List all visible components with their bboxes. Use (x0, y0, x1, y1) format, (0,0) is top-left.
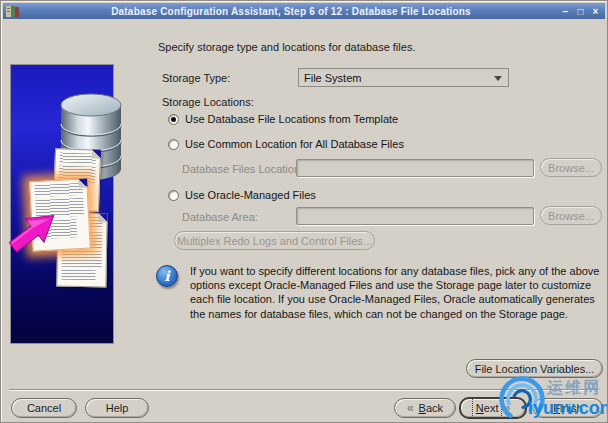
titlebar: Database Configuration Assistant, Step 6… (3, 3, 605, 19)
radio-common-location[interactable]: Use Common Location for All Database Fil… (168, 138, 404, 150)
storage-type-value: File System (304, 72, 361, 84)
radio-icon[interactable] (168, 139, 179, 150)
storage-type-select[interactable]: File System (298, 68, 509, 87)
chevron-down-icon (494, 76, 502, 81)
radio-oracle-managed[interactable]: Use Oracle-Managed Files (168, 189, 316, 201)
cancel-button[interactable]: Cancel (11, 398, 77, 418)
dbca-wizard-window: Database Configuration Assistant, Step 6… (0, 0, 608, 423)
file-location-variables-label: File Location Variables... (475, 363, 595, 375)
browse-button-label: Browse... (548, 210, 594, 222)
maximize-icon[interactable]: □ (574, 5, 587, 18)
radio-oracle-managed-label: Use Oracle-Managed Files (185, 189, 316, 201)
radio-common-location-label: Use Common Location for All Database Fil… (185, 138, 404, 150)
page-fold-corner (78, 179, 87, 188)
page-fold-corner (92, 150, 101, 159)
file-location-variables-button[interactable]: File Location Variables... (466, 359, 603, 378)
multiplex-button-label: Multiplex Redo Logs and Control Files... (177, 235, 372, 247)
database-area-label: Database Area: (182, 211, 258, 223)
back-button-label: Back (419, 402, 443, 414)
footer-separator (9, 389, 599, 391)
window-title: Database Configuration Assistant, Step 6… (23, 6, 559, 17)
help-button-label: Help (106, 402, 129, 414)
database-files-location-input[interactable] (296, 159, 534, 177)
finish-button-label: Finish (553, 402, 582, 414)
next-button-label: Next (476, 402, 499, 414)
wizard-art-panel (10, 64, 114, 344)
browse-button-label: Browse... (548, 162, 594, 174)
doc-text-lines (62, 251, 102, 268)
minimize-icon[interactable]: – (559, 5, 572, 18)
help-button[interactable]: Help (85, 398, 149, 418)
doc-text-lines (60, 152, 96, 163)
radio-icon[interactable] (168, 190, 179, 201)
radio-use-template-label: Use Database File Locations from Templat… (185, 113, 398, 125)
close-icon[interactable]: × (589, 5, 602, 18)
doc-text-lines (34, 183, 83, 197)
info-icon: i (156, 265, 178, 287)
storage-type-label: Storage Type: (162, 72, 230, 84)
back-button[interactable]: « Back (394, 398, 456, 418)
storage-locations-label: Storage Locations: (162, 96, 254, 108)
doc-text-lines (61, 270, 95, 281)
info-message: If you want to specify different locatio… (190, 264, 605, 321)
next-button[interactable]: Next » (459, 397, 527, 419)
radio-use-template[interactable]: Use Database File Locations from Templat… (168, 113, 398, 125)
browse-database-area-button[interactable]: Browse... (540, 206, 602, 225)
page-instruction: Specify storage type and locations for d… (158, 41, 415, 53)
finish-button[interactable]: Finish (533, 398, 603, 418)
database-area-input[interactable] (296, 207, 534, 225)
radio-icon[interactable] (168, 114, 179, 125)
cancel-button-label: Cancel (27, 402, 61, 414)
multiplex-redo-logs-button[interactable]: Multiplex Redo Logs and Control Files... (174, 231, 375, 250)
back-arrow-icon: « (407, 401, 414, 415)
app-icon (6, 6, 19, 17)
page-fold-corner (98, 213, 107, 222)
next-arrow-icon: » (503, 401, 510, 415)
browse-database-files-button[interactable]: Browse... (540, 158, 602, 177)
database-files-location-label: Database Files Location: (182, 163, 303, 175)
